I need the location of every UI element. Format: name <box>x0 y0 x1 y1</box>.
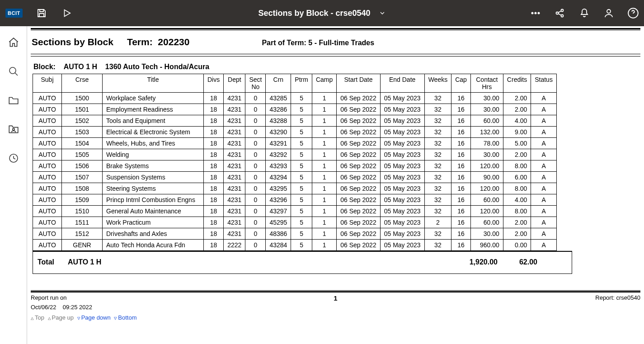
home-icon[interactable] <box>7 36 20 49</box>
cell: A <box>531 183 557 194</box>
cell: 18 <box>204 160 224 172</box>
table-row: AUTO1502Tools and Equipment1842310432885… <box>33 115 557 127</box>
cell: 5 <box>291 240 312 251</box>
nav-pagedown[interactable]: Page down <box>81 314 111 321</box>
cell: 05 May 2023 <box>380 183 424 194</box>
cell: 60.00 <box>470 217 503 228</box>
cell: 43288 <box>266 115 291 127</box>
cell: 32 <box>424 149 451 160</box>
cell: 05 May 2023 <box>380 228 424 240</box>
cell: AUTO <box>33 206 62 217</box>
recent-icon[interactable] <box>7 152 20 165</box>
share-icon[interactable] <box>554 7 566 19</box>
page-title-dropdown[interactable]: Sections by Block - crse0540 <box>258 9 385 18</box>
table-row: AUTO1503Electrical & Electronic System18… <box>33 127 557 138</box>
save-icon[interactable] <box>35 7 48 19</box>
cell: 18 <box>204 206 224 217</box>
cell: 1512 <box>62 228 103 240</box>
pagedown-icon: ▿ <box>77 315 80 321</box>
svg-point-2 <box>538 12 539 14</box>
cell: 06 Sep 2022 <box>337 172 380 183</box>
table-row: AUTO1504Wheels, Hubs, and Tires184231043… <box>33 138 557 149</box>
person-folder-icon[interactable] <box>7 123 20 136</box>
cell: 1 <box>312 206 336 217</box>
nav-top[interactable]: Top <box>35 314 44 321</box>
run-icon[interactable] <box>61 7 73 19</box>
cell: 4231 <box>224 194 245 206</box>
cell: 132.00 <box>470 127 503 138</box>
folder-icon[interactable] <box>7 94 20 107</box>
col-end: End Date <box>380 74 424 93</box>
cell: 4231 <box>224 93 245 104</box>
cell: 43284 <box>266 240 291 251</box>
block-heading: Block: AUTO 1 H 1360 Auto Tech - Honda/A… <box>33 63 640 71</box>
cell: 5 <box>291 183 312 194</box>
cell: 06 Sep 2022 <box>337 149 380 160</box>
help-icon[interactable] <box>627 7 639 19</box>
cell: 43290 <box>266 127 291 138</box>
cell: 1509 <box>62 194 103 206</box>
table-row: AUTO1508Steering Systems1842310432955106… <box>33 183 557 194</box>
cell: 1510 <box>62 206 103 217</box>
cell: 30.00 <box>470 149 503 160</box>
cell: 32 <box>424 115 451 127</box>
cell: 0 <box>245 183 266 194</box>
cell: 0 <box>245 240 266 251</box>
search-icon[interactable] <box>7 65 20 78</box>
cell: 9.00 <box>503 127 531 138</box>
report-id-label: Report: crse0540 <box>595 294 640 301</box>
cell: A <box>531 228 557 240</box>
cell: 32 <box>424 127 451 138</box>
cell: 32 <box>424 183 451 194</box>
more-icon[interactable] <box>529 7 542 19</box>
nav-pageup[interactable]: Page up <box>52 314 74 321</box>
bell-icon[interactable] <box>578 7 591 19</box>
cell: AUTO <box>33 194 62 206</box>
cell: 1 <box>312 217 336 228</box>
cell: 1 <box>312 194 336 206</box>
cell: AUTO <box>33 127 62 138</box>
cell: AUTO <box>33 183 62 194</box>
app-logo: BCIT <box>5 9 23 18</box>
cell: 5 <box>291 160 312 172</box>
report-header: Sections by Block Term: 202230 Part of T… <box>32 37 640 47</box>
cell: A <box>531 240 557 251</box>
cell: 43294 <box>266 172 291 183</box>
table-row: AUTO1506Brake Systems1842310432935106 Se… <box>33 160 557 172</box>
cell: 1 <box>312 183 336 194</box>
cell: 16 <box>451 115 471 127</box>
divider <box>31 56 640 57</box>
cell: 06 Sep 2022 <box>337 240 380 251</box>
cell: 0 <box>245 172 266 183</box>
cell: 1 <box>312 160 336 172</box>
cell: A <box>531 160 557 172</box>
col-divs: Divs <box>204 74 224 93</box>
cell: 4.00 <box>503 115 531 127</box>
svg-point-1 <box>535 12 536 14</box>
cell: 48386 <box>266 228 291 240</box>
cell: 2 <box>424 217 451 228</box>
cell: 06 Sep 2022 <box>337 115 380 127</box>
cell: 0 <box>245 160 266 172</box>
user-icon[interactable] <box>602 7 615 19</box>
topbar: BCIT Sections by Block - crse0540 <box>0 0 644 26</box>
cell: 06 Sep 2022 <box>337 206 380 217</box>
cell: GENR <box>62 240 103 251</box>
cell: 4231 <box>224 206 245 217</box>
cell: 4231 <box>224 172 245 183</box>
cell: Employment Readiness <box>103 104 204 115</box>
divider <box>31 290 640 291</box>
cell: 0 <box>245 217 266 228</box>
totals-row: Total AUTO 1 H 1,920.00 62.00 <box>33 251 572 274</box>
bottom-icon: ▿ <box>114 315 117 321</box>
cell: 1 <box>312 138 336 149</box>
cell: 960.00 <box>470 240 503 251</box>
cell: 16 <box>451 93 471 104</box>
cell: 18 <box>204 115 224 127</box>
nav-bottom[interactable]: Bottom <box>118 314 136 321</box>
col-cred: Credits <box>503 74 531 93</box>
cell: 1503 <box>62 127 103 138</box>
cell: Tools and Equipment <box>103 115 204 127</box>
cell: AUTO <box>33 172 62 183</box>
chevron-down-icon <box>379 9 386 17</box>
